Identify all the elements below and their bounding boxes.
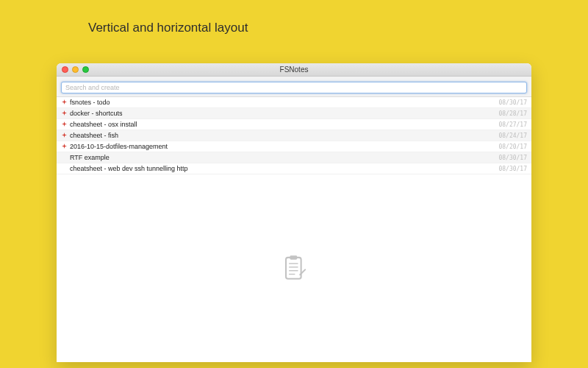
app-window: FSNotes fsnotes - todo08/30/17docker - s… [57,63,531,362]
note-title: 2016-10-15-dotfiles-management [70,143,498,150]
minimize-icon[interactable] [72,66,79,73]
search-bar-container [57,77,531,97]
close-icon[interactable] [62,66,68,73]
note-title: cheatsheet - osx install [70,121,498,128]
pin-icon [61,144,67,149]
note-title: RTF example [70,154,498,161]
note-row[interactable]: fsnotes - todo08/30/17 [57,97,531,108]
note-title: cheatsheet - web dev ssh tunnelling http [70,165,498,172]
note-row[interactable]: cheatsheet - osx install08/27/17 [57,119,531,130]
zoom-icon[interactable] [82,66,89,73]
note-title: docker - shortcuts [70,110,498,117]
page-heading: Vertical and horizontal layout [88,21,248,35]
note-row[interactable]: cheatsheet - web dev ssh tunnelling http… [57,163,531,174]
note-row[interactable]: cheatsheet - fish08/24/17 [57,130,531,141]
note-row[interactable]: docker - shortcuts08/28/17 [57,108,531,119]
note-row[interactable]: 2016-10-15-dotfiles-management08/20/17 [57,141,531,152]
window-title: FSNotes [280,66,309,74]
note-date: 08/30/17 [498,99,527,106]
clipboard-icon [278,252,310,285]
note-date: 08/27/17 [498,121,527,128]
note-row[interactable]: RTF example08/30/17 [57,152,531,163]
window-titlebar[interactable]: FSNotes [57,63,531,77]
editor-empty-state [57,174,531,362]
note-date: 08/30/17 [498,155,527,161]
window-controls [62,66,89,73]
pin-icon [61,132,67,138]
svg-rect-1 [290,255,298,260]
pin-icon [61,99,67,105]
note-date: 08/28/17 [498,110,527,117]
note-date: 08/20/17 [498,144,527,150]
pin-icon [61,121,67,127]
pin-icon [61,110,67,116]
search-input[interactable] [61,82,527,93]
svg-rect-0 [286,257,301,278]
note-title: cheatsheet - fish [70,132,498,139]
note-date: 08/24/17 [498,132,527,139]
note-title: fsnotes - todo [70,99,498,106]
note-date: 08/30/17 [498,166,527,172]
notes-list: fsnotes - todo08/30/17docker - shortcuts… [57,97,531,174]
